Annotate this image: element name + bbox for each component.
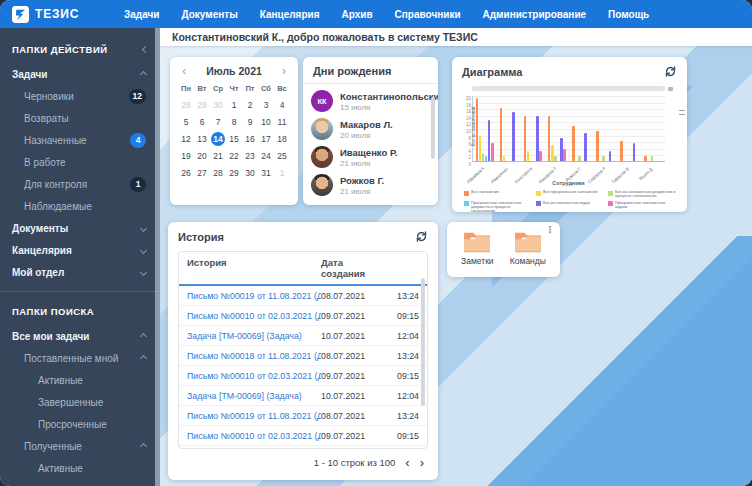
chart-bar[interactable] <box>602 156 605 161</box>
chevron-down-icon[interactable] <box>140 224 147 231</box>
column-header-history[interactable]: История <box>187 257 321 279</box>
chart-bar[interactable] <box>644 156 647 161</box>
chart-bar[interactable] <box>479 136 482 161</box>
sidebar-item[interactable]: Полученные <box>0 435 160 457</box>
birthdays-scrollbar[interactable] <box>431 97 435 159</box>
calendar-day[interactable]: 30 <box>242 166 258 180</box>
refresh-icon[interactable] <box>415 230 428 243</box>
calendar-day[interactable]: 26 <box>178 166 194 180</box>
chart-bar[interactable] <box>572 126 575 161</box>
calendar-day[interactable]: 3 <box>258 98 274 112</box>
chevron-down-icon[interactable] <box>140 268 147 275</box>
calendar-day[interactable]: 17 <box>258 132 274 146</box>
calendar-day[interactable]: 5 <box>178 115 194 129</box>
sidebar-item[interactable]: В работе <box>0 151 160 173</box>
calendar-day[interactable]: 7 <box>210 115 226 129</box>
table-row[interactable]: Письмо №00010 от 02.03.2021 (Документ)09… <box>179 366 427 386</box>
chevron-up-icon[interactable] <box>140 442 147 449</box>
table-row[interactable]: Письмо №00018 от 11.08.2021 (Документ)08… <box>179 346 427 366</box>
legend-item[interactable]: Все просроченные назначения <box>536 190 604 199</box>
calendar-day[interactable]: 18 <box>274 132 290 146</box>
calendar-day[interactable]: 29 <box>226 166 242 180</box>
sidebar-item[interactable]: Поставленные мной <box>0 347 160 369</box>
nav-menu-item-3[interactable]: Архив <box>342 9 373 20</box>
history-link[interactable]: Письмо №00010 от 02.03.2021 (Документ) <box>187 311 321 321</box>
sidebar-scrollbar[interactable] <box>155 28 160 486</box>
calendar-day[interactable]: 23 <box>242 149 258 163</box>
calendar-day[interactable]: 22 <box>226 149 242 163</box>
chart-bar[interactable] <box>563 149 566 161</box>
calendar-day[interactable]: 21 <box>210 149 226 163</box>
calendar-next-button[interactable]: › <box>280 66 288 76</box>
history-scrollbar[interactable] <box>421 278 425 406</box>
calendar-day[interactable]: 1 <box>274 166 290 180</box>
chart-bar[interactable] <box>491 143 494 161</box>
sidebar-item[interactable]: Черновики12 <box>0 85 160 107</box>
sidebar-item[interactable]: Наблюдаемые <box>0 195 160 217</box>
history-link[interactable]: Письмо №00010 от 02.03.2021 (Документ) <box>187 431 321 441</box>
chevron-up-icon[interactable] <box>140 354 147 361</box>
table-row[interactable]: Письмо №00010 от 02.03.2021 (Документ)09… <box>179 306 427 326</box>
nav-menu-item-6[interactable]: Помощь <box>608 9 649 20</box>
calendar-day[interactable]: 8 <box>226 115 242 129</box>
table-row[interactable]: Письмо №00019 от 11.08.2021 (Документ)08… <box>179 286 427 306</box>
refresh-icon[interactable] <box>664 65 677 78</box>
chart-bar[interactable] <box>500 108 503 161</box>
chart-bar[interactable] <box>578 156 581 161</box>
chevron-up-icon[interactable] <box>140 332 147 339</box>
history-link[interactable]: Письмо №00019 от 11.08.2021 (Документ) <box>187 411 321 421</box>
calendar-day[interactable]: 13 <box>194 132 210 146</box>
sidebar-item[interactable]: Завершенные <box>0 391 160 413</box>
calendar-day[interactable]: 12 <box>178 132 194 146</box>
calendar-day[interactable]: 2 <box>242 98 258 112</box>
chart-bar[interactable] <box>633 143 636 161</box>
calendar-day[interactable]: 28 <box>210 166 226 180</box>
sidebar-item[interactable]: Назначенные4 <box>0 129 160 151</box>
legend-item[interactable]: Кол-во назначенных документов в процессе… <box>608 190 676 199</box>
table-row[interactable]: Задача [ТМ-00069] (Задача)10.07.202112:0… <box>179 386 427 406</box>
calendar-day[interactable]: 4 <box>274 98 290 112</box>
legend-item[interactable]: Кол-во назначенных задач <box>536 201 604 214</box>
chart-bar[interactable] <box>524 116 527 161</box>
nav-menu-item-1[interactable]: Документы <box>181 9 237 20</box>
column-header-created[interactable]: Дата создания <box>321 257 381 279</box>
sidebar-item[interactable]: Активные <box>0 369 160 391</box>
sidebar-folder[interactable]: Задачи <box>0 63 160 85</box>
chart-bar[interactable] <box>651 156 654 161</box>
sidebar-folder[interactable]: Мой отдел <box>0 261 160 283</box>
legend-item[interactable]: Все назначения <box>464 190 532 199</box>
pagination-next-button[interactable]: › <box>420 458 424 468</box>
legend-item[interactable]: Просроченные назначенные документы в про… <box>464 201 532 214</box>
table-row[interactable]: Письмо №00019 от 11.08.2021 (Документ)08… <box>179 406 427 426</box>
calendar-day-selected[interactable]: 14 <box>211 132 225 146</box>
calendar-day[interactable]: 28 <box>178 98 194 112</box>
chart-bar[interactable] <box>596 131 599 161</box>
history-link[interactable]: Письмо №00018 от 11.08.2021 (Документ) <box>187 351 321 361</box>
calendar-day[interactable]: 30 <box>210 98 226 112</box>
nav-menu-item-4[interactable]: Справочники <box>395 9 461 20</box>
sidebar-item[interactable]: Активные <box>0 457 160 479</box>
chart-scrollbar[interactable] <box>472 86 665 91</box>
sidebar-folder[interactable]: Документы <box>0 217 160 239</box>
calendar-day[interactable]: 25 <box>274 149 290 163</box>
calendar-day[interactable]: 31 <box>258 166 274 180</box>
sidebar-folder[interactable]: Все мои задачи <box>0 325 160 347</box>
calendar-prev-button[interactable]: ‹ <box>180 66 188 76</box>
nav-menu-item-5[interactable]: Администрирование <box>483 9 587 20</box>
history-link[interactable]: Письмо №00010 от 02.03.2021 (Документ) <box>187 371 321 381</box>
nav-menu-item-2[interactable]: Канцелярия <box>260 9 320 20</box>
collapse-sidebar-icon[interactable] <box>142 46 149 53</box>
sidebar-item[interactable]: Завершенные <box>0 479 160 486</box>
sidebar-item[interactable]: Просроченные <box>0 413 160 435</box>
calendar-day[interactable]: 19 <box>178 149 194 163</box>
chart-bar[interactable] <box>512 112 515 162</box>
calendar-day[interactable]: 24 <box>258 149 274 163</box>
chart-scroll-grip[interactable] <box>668 87 673 91</box>
history-link[interactable]: Задача [ТМ-00069] (Задача) <box>187 331 321 341</box>
sidebar-item[interactable]: Для контроля1 <box>0 173 160 195</box>
table-row[interactable]: Задача [ТМ-00069] (Задача)10.07.202112:0… <box>179 326 427 346</box>
chart-bar[interactable] <box>554 156 557 161</box>
chart-bar[interactable] <box>539 151 542 161</box>
birthday-list-item[interactable]: Макаров Л.20 июля <box>311 118 430 140</box>
history-link[interactable]: Письмо №00019 от 11.08.2021 (Документ) <box>187 291 321 301</box>
